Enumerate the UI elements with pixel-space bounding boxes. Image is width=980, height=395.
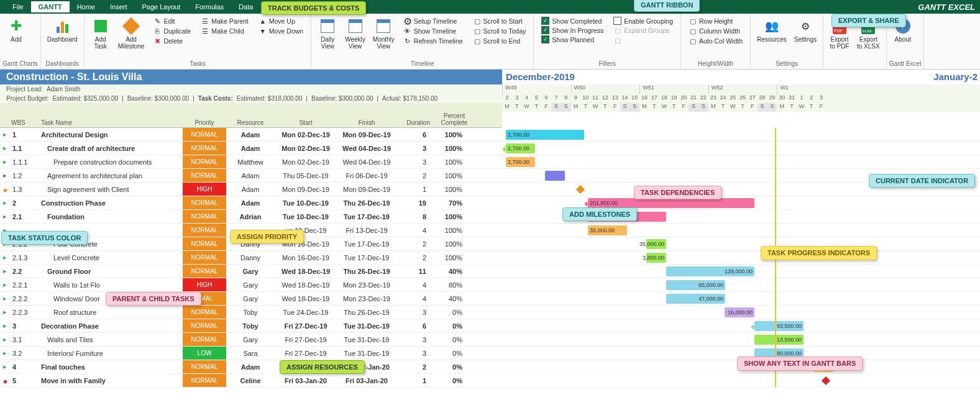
ribbon-show-timeline[interactable]: 👁Show Timeline [401,26,465,36]
gantt-bar[interactable]: 13,500.00 [754,335,804,345]
gantt-bar[interactable]: 128,000.00 [666,266,754,276]
timeline-header: December-2019 January-2 W49W50W51W52W1 2… [502,70,980,128]
milestone-marker[interactable] [576,185,585,194]
scrT-icon: ▢ [473,27,482,35]
ribbon-refresh-timeline[interactable]: ↻Refresh Timeline [401,36,465,46]
menu-tab-home[interactable]: Home [70,1,103,12]
priority-cell[interactable]: NORMAL [183,155,226,168]
menu-tab-formulas[interactable]: Formulas [188,1,231,12]
gantt-bar[interactable]: 2,700.00 [506,130,584,140]
priority-cell[interactable]: NORMAL [183,237,226,250]
ribbon-dashboard[interactable]: Dashboard [44,15,81,45]
down-icon: ▼ [259,27,267,35]
priority-cell[interactable]: NORMAL [183,169,226,182]
menu-tab-gantt[interactable]: GANTT [31,1,70,12]
ribbon-move-up[interactable]: ▲Move Up [256,16,306,26]
scrL-icon: ▢ [473,17,482,25]
task-row[interactable]: 1.1.1Prepare construction documentsNORMA… [0,155,980,169]
priority-cell[interactable]: NORMAL [183,196,226,209]
cal-icon [319,17,336,35]
priority-cell[interactable]: NORMAL [183,306,226,319]
ribbon-weekly-view[interactable]: WeeklyView [341,15,369,52]
ribbon-make-parent[interactable]: ☰Make Parent [198,16,251,26]
callout-status: TASK STATUS COLOR [1,231,88,245]
priority-cell[interactable]: NORMAL [183,333,226,346]
ribbon-enable-grouping[interactable]: Enable Grouping [611,16,675,25]
priority-cell[interactable]: NORMAL [183,319,226,332]
ribbon-add[interactable]: ✚Add [2,15,30,45]
ribbon-monthly-view[interactable]: MonthlyView [369,15,398,52]
status-bullet [0,322,10,330]
pencil-icon: ✎ [153,17,162,25]
menu-tab-insert[interactable]: Insert [103,1,135,12]
ribbon-show-in-progress[interactable]: Show In Progress [539,25,606,35]
priority-cell[interactable]: NORMAL [183,251,226,264]
menu-tab-page layout[interactable]: Page Layout [134,1,188,12]
ribbon-column-width[interactable]: ▢Column Width [686,26,745,36]
gantt-bar[interactable]: 35,000.00 [646,239,666,249]
priority-cell[interactable]: NORMAL [183,374,226,387]
task-row[interactable]: 2.2Ground FloorNORMALGaryWed 18-Dec-19Th… [0,265,980,278]
project-lead-row: Project Lead: Adam Smith [0,84,502,94]
menu-tab-file[interactable]: File [5,1,31,12]
ribbon-show-planned[interactable]: Show Planned [539,35,606,44]
ribbon-resources[interactable]: 👥Resources [753,15,790,45]
priority-cell[interactable]: HIGH [183,183,226,196]
priority-cell[interactable]: NORMAL [183,224,226,237]
priority-cell[interactable]: LOW [183,347,226,360]
status-bullet [0,308,10,316]
task-row[interactable]: NORMALue 10-Dec-19Fri 13-Dec-194100%35,0… [0,224,980,237]
gantt-bar[interactable] [545,171,565,181]
status-bullet [0,281,10,289]
ribbon-add-task[interactable]: AddTask [87,15,114,52]
ribbon-row-height[interactable]: ▢Row Height [686,16,745,26]
ribbon-make-child[interactable]: ☰Make Child [198,26,251,36]
task-row[interactable]: 2.2.1Walls to 1st FloHIGHGaryWed 18-Dec-… [0,278,980,292]
res-icon: 👥 [763,17,781,35]
gantt-bar[interactable]: 65,000.00 [666,280,725,290]
task-row[interactable]: 1.3Sign agreement with ClientHIGHAdamMon… [0,183,980,196]
task-row[interactable]: 5Move in with FamilyNORMALCelineFri 03-J… [0,374,980,388]
task-row[interactable]: 2.2.3Roof structureNORMALTobyTue 24-Dec-… [0,306,980,319]
ribbon-scroll-to-start[interactable]: ▢Scroll to Start [470,16,529,26]
cal-icon [347,17,364,35]
task-row[interactable]: 2Construction PhaseNORMALAdamTue 10-Dec-… [0,196,980,210]
task-row[interactable]: 1.2Agreement to architectural planNORMAL… [0,169,980,183]
task-row[interactable]: 1.1Create draft of architectureNORMALAda… [0,142,980,155]
task-row[interactable]: 2.1FoundationNORMALAdrianTue 10-Dec-19Tu… [0,210,980,224]
ribbon-add-milestone[interactable]: AddMilestone [114,15,149,52]
ribbon-scroll-to-end[interactable]: ▢Scroll to End [470,36,529,46]
gantt-bar[interactable]: 3,800.00 [646,253,666,263]
priority-cell[interactable]: NORMAL [183,210,226,223]
gantt-bar[interactable]: 2,700.00◆ [506,143,535,153]
ribbon-scroll-to-today[interactable]: ▢Scroll to Today [470,26,529,36]
ribbon-daily-view[interactable]: DailyView [314,15,341,52]
ribbon-delete[interactable]: ✖Delete [150,36,193,46]
callout-resources: ASSIGN RESOURCES [280,360,365,374]
gantt-bar[interactable]: 201,800.00◆ [588,198,754,208]
gantt-bar[interactable]: 16,000.00 [725,307,754,317]
gantt-bar[interactable]: 35,000.00 [588,225,627,235]
priority-cell[interactable]: NORMAL [183,128,226,141]
ribbon-move-down[interactable]: ▼Move Down [256,26,306,36]
priority-cell[interactable]: HIGH [183,278,226,291]
gantt-bar[interactable]: 2,700.00 [506,157,535,167]
rh-icon: ▢ [689,17,697,25]
menu-tab-data[interactable]: Data [231,1,260,12]
ribbon-show-completed[interactable]: Show Completed [539,16,606,25]
gantt-bar[interactable]: 93,500.00◆ [754,321,804,331]
ribbon-settings[interactable]: ⚙Settings [790,15,820,45]
priority-cell[interactable]: NORMAL [183,265,226,278]
ribbon-edit[interactable]: ✎Edit [150,16,193,26]
milestone-marker[interactable] [822,376,830,385]
ribbon-auto-col-width[interactable]: ▢Auto Col Width [686,36,745,46]
ribbon-setup-timeline[interactable]: ⚙Setup Timeline [401,16,465,26]
task-row[interactable]: 1Architectural DesignNORMALAdamMon 02-De… [0,128,980,142]
priority-cell[interactable]: NORMAL [183,360,226,373]
ribbon-duplicate[interactable]: ⎘Duplicate [150,26,193,36]
task-row[interactable]: 3.1Walls and TilesNORMALGaryFri 27-Dec-1… [0,333,980,347]
task-row[interactable]: 3Decoration PhaseNORMALTobyFri 27-Dec-19… [0,319,980,333]
gantt-bar[interactable]: 47,000.00 [666,294,725,304]
priority-cell[interactable]: NORMAL [183,142,226,155]
cal-icon [375,17,392,35]
